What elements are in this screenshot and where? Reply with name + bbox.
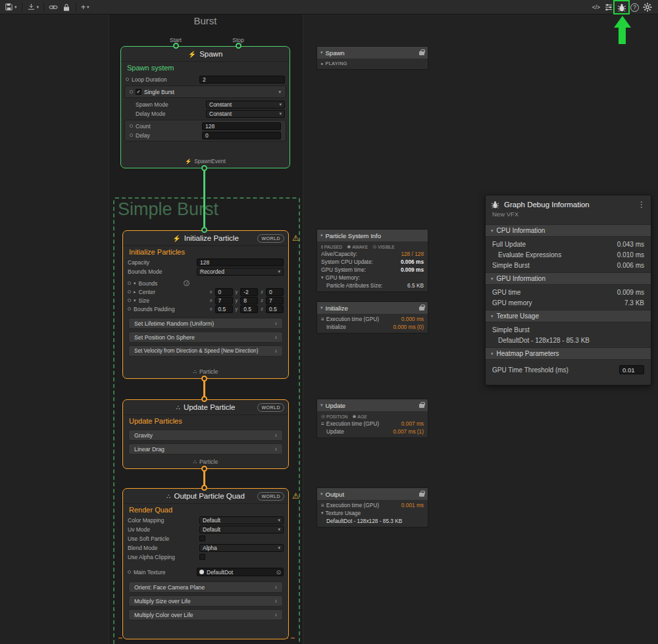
- property-port[interactable]: [128, 282, 131, 285]
- output-node[interactable]: ∴ Output Particle Quad WORLD Render Quad…: [122, 488, 289, 639]
- update-output-port[interactable]: [201, 466, 207, 472]
- edge-spawn-to-initialize[interactable]: [203, 169, 205, 230]
- initialize-input-port[interactable]: [201, 227, 207, 233]
- lock-button[interactable]: [60, 1, 73, 13]
- property-port[interactable]: [126, 78, 129, 81]
- block-linear-drag[interactable]: Linear Drag ‹: [128, 443, 283, 455]
- output-panel-header[interactable]: ▾ Output: [317, 488, 428, 500]
- heatmap-parameters-section-header[interactable]: ▾ Heatmap Parameters: [486, 347, 651, 360]
- gpu-time-threshold-input[interactable]: 0.01: [619, 365, 644, 374]
- delay-mode-dropdown[interactable]: Constant ▾: [206, 110, 285, 118]
- size-x-field[interactable]: 7: [215, 297, 233, 305]
- collapse-caret-icon[interactable]: ▾: [278, 89, 281, 95]
- center-z-field[interactable]: 0: [266, 288, 284, 296]
- spawn-start-port[interactable]: [173, 43, 179, 49]
- spawn-mode-dropdown[interactable]: Constant ▾: [206, 101, 285, 109]
- center-y-field[interactable]: -2: [240, 288, 258, 296]
- block-set-velocity[interactable]: Set Velocity from Direction & Speed (New…: [128, 345, 283, 357]
- spawn-node[interactable]: ⚡ Spawn Spawn system Loop Duration 2 ✓ S…: [120, 46, 290, 168]
- link-button[interactable]: [47, 1, 60, 13]
- help-button[interactable]: ?: [628, 1, 641, 13]
- lock-icon[interactable]: [419, 493, 424, 497]
- age-badge: ◉AGE: [352, 414, 367, 419]
- foldout-open-icon[interactable]: ▾: [134, 281, 136, 286]
- color-mapping-dropdown[interactable]: Default ▾: [199, 516, 284, 524]
- edge-initialize-to-update[interactable]: [203, 380, 205, 398]
- foldout-open-icon[interactable]: ▾: [320, 305, 323, 310]
- cpu-information-section-header[interactable]: ▾ CPU Information: [486, 224, 651, 237]
- initialize-node[interactable]: ⚡ Initialize Particle WORLD Initialize P…: [122, 230, 289, 379]
- loop-duration-field[interactable]: 2: [199, 76, 285, 84]
- capacity-field[interactable]: 128: [197, 259, 284, 266]
- update-panel-header[interactable]: ▾ Update: [317, 399, 428, 411]
- property-port[interactable]: [130, 134, 133, 137]
- lock-icon[interactable]: [419, 307, 424, 310]
- padding-z-field[interactable]: 0.5: [266, 305, 284, 313]
- code-view-button[interactable]: </>: [590, 1, 602, 13]
- main-texture-field[interactable]: DefaultDot ⊙: [197, 568, 284, 576]
- padding-x-field[interactable]: 0.5: [215, 305, 233, 313]
- foldout-closed-icon[interactable]: ▸: [134, 289, 136, 295]
- block-multiply-color[interactable]: Multiply Color over Life ‹: [128, 609, 283, 620]
- lock-icon[interactable]: [419, 51, 424, 55]
- size-z-field[interactable]: 7: [266, 297, 284, 305]
- delay-field[interactable]: 0: [202, 132, 281, 139]
- foldout-open-icon[interactable]: ▾: [321, 510, 324, 516]
- property-port[interactable]: [128, 307, 131, 310]
- property-port[interactable]: [130, 90, 133, 93]
- block-gravity[interactable]: Gravity ‹: [128, 430, 283, 441]
- property-port[interactable]: [130, 124, 133, 128]
- blend-mode-dropdown[interactable]: Alpha ▾: [199, 544, 284, 552]
- add-button[interactable]: + ▾: [79, 1, 91, 13]
- foldout-open-icon[interactable]: ▾: [321, 275, 324, 280]
- output-input-port[interactable]: [201, 485, 207, 491]
- padding-y-field[interactable]: 0.5: [240, 305, 258, 313]
- debug-window-titlebar[interactable]: Graph Debug Information ⋮: [486, 195, 651, 209]
- stat-row[interactable]: ▾ Texture Usage: [317, 509, 428, 517]
- foldout-open-icon[interactable]: ▾: [320, 403, 323, 408]
- lock-icon[interactable]: [419, 404, 424, 408]
- update-input-port[interactable]: [201, 396, 207, 402]
- spawn-output-port[interactable]: [201, 165, 207, 171]
- bounds-mode-dropdown[interactable]: Recorded ▾: [197, 268, 284, 276]
- count-field[interactable]: 128: [202, 122, 281, 130]
- initialize-node-header[interactable]: ⚡ Initialize Particle WORLD: [123, 231, 288, 246]
- foldout-open-icon[interactable]: ▾: [320, 233, 323, 238]
- foldout-open-icon[interactable]: ▾: [134, 298, 136, 303]
- uv-mode-dropdown[interactable]: Default ▾: [199, 526, 284, 533]
- size-y-field[interactable]: 8: [240, 297, 258, 305]
- block-orient-face-camera[interactable]: Orient: Face Camera Plane ‹: [128, 582, 283, 593]
- spawn-node-header[interactable]: ⚡ Spawn: [121, 47, 290, 62]
- block-multiply-size[interactable]: Multiply Size over Life ‹: [128, 595, 283, 607]
- foldout-open-icon: ▾: [491, 314, 494, 319]
- update-node-header[interactable]: ∴ Update Particle WORLD: [123, 400, 288, 415]
- soft-particle-checkbox[interactable]: [199, 535, 205, 541]
- spawn-state-row[interactable]: ▸ PLAYING: [317, 60, 428, 67]
- caret-down-icon: ▾: [278, 527, 280, 532]
- initialize-panel-header[interactable]: ▾ Initialize: [317, 302, 428, 314]
- texture-usage-section-header[interactable]: ▾ Texture Usage: [486, 310, 651, 322]
- stat-row[interactable]: ▾ GPU Memory:: [317, 274, 428, 282]
- property-port[interactable]: [128, 299, 131, 302]
- alpha-clipping-checkbox[interactable]: [199, 554, 205, 560]
- gpu-information-section-header[interactable]: ▾ GPU Information: [486, 272, 651, 285]
- center-x-field[interactable]: 0: [215, 288, 233, 296]
- initialize-output-port[interactable]: [201, 376, 207, 382]
- foldout-open-icon[interactable]: ▾: [320, 50, 323, 55]
- foldout-open-icon[interactable]: ▾: [320, 491, 323, 497]
- kebab-menu-icon[interactable]: ⋮: [638, 200, 645, 209]
- block-set-lifetime-random[interactable]: Set Lifetime Random (Uniform) ‹: [128, 318, 283, 329]
- settings-button[interactable]: [641, 1, 654, 13]
- save-button[interactable]: ▾: [3, 1, 19, 13]
- block-set-position-on-sphere[interactable]: Set Position On Sphere ‹: [128, 332, 283, 343]
- single-burst-checkbox[interactable]: ✓: [136, 89, 141, 95]
- property-port[interactable]: [128, 570, 131, 574]
- property-port[interactable]: [128, 290, 131, 293]
- save-as-button[interactable]: ▾: [25, 1, 41, 13]
- output-node-header[interactable]: ∴ Output Particle Quad WORLD: [123, 489, 288, 504]
- update-node[interactable]: ∴ Update Particle WORLD Update Particles…: [122, 399, 289, 469]
- psi-panel-header[interactable]: ▾ Particle System Info: [317, 230, 428, 241]
- spawn-stop-port[interactable]: [236, 43, 241, 49]
- spawn-panel-header[interactable]: ▾ Spawn: [317, 47, 428, 59]
- object-picker-icon[interactable]: ⊙: [276, 569, 281, 576]
